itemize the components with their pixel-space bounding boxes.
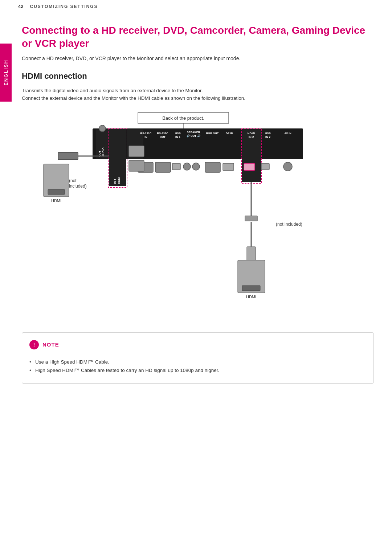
svg-text:IN 2: IN 2: [265, 135, 270, 139]
svg-point-49: [99, 125, 106, 132]
svg-rect-39: [244, 163, 255, 171]
svg-point-35: [183, 163, 191, 170]
page-subtitle: Connect a HD receiver, DVD, or VCR playe…: [22, 56, 374, 61]
note-header: ! NOTE: [29, 340, 363, 349]
svg-text:RS-232C: RS-232C: [157, 132, 168, 135]
svg-rect-43: [58, 152, 78, 160]
svg-text:AUDIO: AUDIO: [102, 147, 105, 157]
svg-rect-51: [245, 216, 257, 221]
svg-rect-37: [205, 162, 220, 172]
language-label: ENGLISH: [3, 60, 9, 86]
svg-text:DP IN: DP IN: [226, 132, 233, 135]
svg-rect-59: [129, 160, 144, 171]
svg-text:IN: IN: [144, 135, 147, 139]
svg-text:OUT: OUT: [160, 135, 166, 139]
page-title: Connecting to a HD receiver, DVD, Camcor…: [22, 24, 374, 50]
svg-rect-58: [129, 146, 144, 157]
svg-rect-34: [172, 163, 180, 170]
diagram-svg: Back of the product. AUDIO OUT HDMI IN 1: [22, 110, 377, 320]
note-item-1: Use a High Speed HDMI™ Cable.: [29, 359, 363, 365]
svg-text:IN 1: IN 1: [114, 179, 117, 184]
svg-text:HDMI: HDMI: [246, 295, 256, 299]
section-description: Transmits the digital video and audio si…: [22, 87, 374, 102]
svg-text:RGB OUT: RGB OUT: [206, 132, 219, 135]
page-number: 42: [18, 4, 23, 9]
svg-rect-33: [155, 162, 171, 172]
svg-text:USB: USB: [175, 132, 181, 135]
svg-text:(not: (not: [69, 178, 77, 183]
language-tab: ENGLISH: [0, 44, 12, 102]
svg-text:RS-232C: RS-232C: [140, 132, 152, 135]
svg-text:IN 2: IN 2: [249, 135, 254, 139]
note-item-2: High Speed HDMI™ Cables are tested to ca…: [29, 368, 363, 373]
svg-text:USB: USB: [265, 132, 271, 135]
svg-rect-38: [223, 163, 234, 171]
note-icon: !: [29, 340, 39, 349]
hdmi-section-title: HDMI connection: [22, 71, 374, 81]
section-title-top: CUSTOMIZING SETTINGS: [30, 4, 98, 9]
svg-text:AV IN: AV IN: [284, 132, 291, 135]
svg-rect-53: [247, 247, 256, 261]
svg-text:HDMI: HDMI: [248, 132, 255, 135]
svg-rect-40: [261, 163, 269, 170]
svg-text:IN 1: IN 1: [175, 135, 180, 139]
svg-text:SPEAKER: SPEAKER: [187, 131, 200, 134]
svg-text:HDMI: HDMI: [51, 198, 61, 203]
connection-diagram: Back of the product. AUDIO OUT HDMI IN 1: [22, 110, 377, 321]
main-content: Connecting to a HD receiver, DVD, Camcor…: [0, 13, 392, 394]
svg-text:(not included): (not included): [276, 222, 302, 227]
note-divider: [29, 354, 363, 354]
note-box: ! NOTE Use a High Speed HDMI™ Cable. Hig…: [22, 332, 374, 384]
svg-text:DVI OUT: DVI OUT: [135, 175, 138, 187]
note-title: NOTE: [42, 341, 59, 348]
svg-text:🔊 OUT 🔊: 🔊 OUT 🔊: [187, 134, 201, 138]
svg-point-36: [192, 163, 200, 170]
svg-rect-55: [242, 286, 260, 291]
svg-text:included): included): [69, 184, 87, 189]
svg-rect-45: [48, 189, 65, 194]
svg-text:Back of the product.: Back of the product.: [162, 115, 204, 121]
svg-text:HDMI: HDMI: [117, 177, 121, 184]
svg-point-41: [283, 162, 292, 171]
top-bar: 42 CUSTOMIZING SETTINGS: [0, 0, 392, 13]
